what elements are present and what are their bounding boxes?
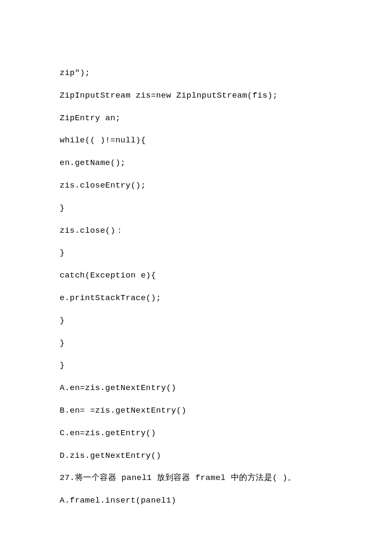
code-line: zis.closeEntry(); [60, 181, 332, 191]
code-line: while(( )!=null){ [60, 136, 332, 145]
answer-option: A.framel.insert(panel1) [60, 496, 332, 506]
code-line: en.getName(); [60, 158, 332, 168]
code-line: zis.close()： [60, 226, 332, 236]
code-line: } [60, 361, 332, 370]
code-line: } [60, 338, 332, 348]
answer-option: A.en=zis.getNextEntry() [60, 383, 332, 393]
code-line: catch(Exception e){ [60, 271, 332, 280]
code-line: } [60, 316, 332, 326]
code-line: zip"); [60, 68, 332, 78]
code-line: e.printStackTrace(); [60, 293, 332, 303]
answer-option: D.zis.getNextEntry() [60, 451, 332, 461]
code-line: ZipEntry an; [60, 113, 332, 123]
code-line: ZipInputStream zis=new ZiplnputStream(fi… [60, 91, 332, 101]
document-body: zip"); ZipInputStream zis=new ZiplnputSt… [0, 0, 392, 555]
question-text: 27.将一个容器 panel1 放到容器 framel 中的方法是( )。 [60, 473, 332, 483]
code-line: } [60, 248, 332, 258]
answer-option: C.en=zis.getEntry() [60, 428, 332, 438]
answer-option: B.en= =zis.getNextEntry() [60, 406, 332, 416]
code-line: } [60, 203, 332, 213]
